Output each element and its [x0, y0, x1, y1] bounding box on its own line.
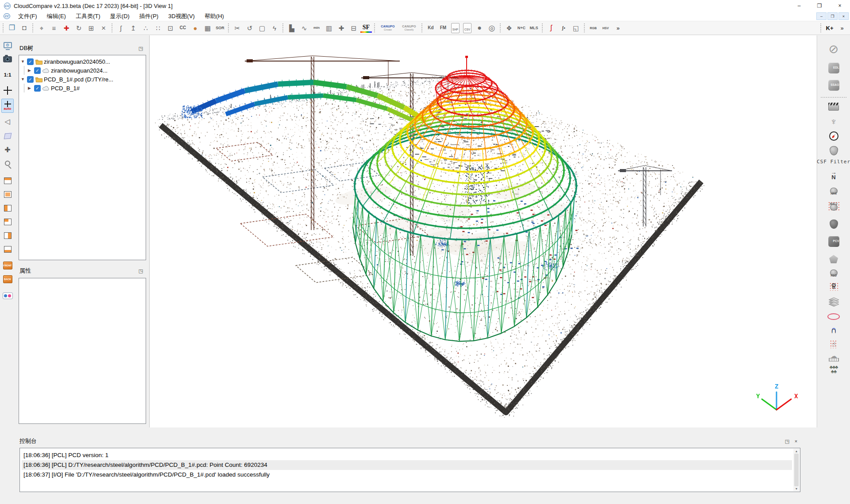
tree-expand-arrow[interactable]: ▼ — [21, 59, 27, 64]
cross-section-icon[interactable]: ↺ — [244, 22, 255, 34]
scroll-down-icon[interactable]: ▼ — [795, 487, 798, 490]
menu-item-5[interactable]: 插件(P) — [135, 12, 163, 21]
translate-rotate-icon[interactable]: ↻ — [73, 22, 85, 34]
zoom-lens-icon[interactable] — [1, 157, 14, 169]
pcv-plugin-icon[interactable]: PCV — [828, 236, 839, 247]
menu-item-3[interactable]: 工具类(T) — [71, 12, 105, 21]
mdi-restore-button[interactable]: ❐ — [827, 12, 838, 20]
plugin-puzzle-icon[interactable]: ❖ — [503, 22, 515, 34]
subsample-cloud-icon[interactable]: ↥ — [128, 22, 139, 34]
mls-smoothing-icon[interactable]: MLS — [528, 22, 540, 34]
segment-curve-icon[interactable]: ʃ — [115, 22, 127, 34]
view-back-icon[interactable] — [1, 215, 14, 228]
qshield-plugin-icon[interactable] — [830, 219, 838, 229]
facets-icon[interactable]: ● — [474, 22, 485, 34]
k-plus-plugin-icon[interactable]: K+ — [824, 22, 835, 34]
hsv-filter-icon[interactable]: HSV — [600, 22, 611, 34]
merge-entities-icon[interactable]: ⊞ — [85, 22, 97, 34]
point-picking-icon[interactable]: ✚ — [61, 22, 72, 34]
tree-checkbox[interactable]: ✓ — [27, 58, 34, 65]
canupo-create-icon[interactable]: CANUPOCreate — [378, 22, 398, 34]
tree-item-2[interactable]: ▶✓ziranbowuguan2024... — [19, 66, 146, 75]
rsd-plugin-icon[interactable]: RSD — [830, 269, 838, 277]
shield-plugin-icon[interactable] — [830, 146, 838, 155]
sf-calculator-icon[interactable]: ⊟ — [348, 22, 359, 34]
hpr-plugin-icon[interactable]: HPR — [830, 188, 838, 195]
view-bottom-icon[interactable] — [1, 243, 14, 255]
save-file-icon[interactable]: ◘ — [19, 22, 30, 34]
display-settings-icon[interactable]: ⚙ — [1, 40, 14, 52]
tree-checkbox[interactable]: ✓ — [34, 85, 41, 92]
resample-icon[interactable]: ∷ — [152, 22, 164, 34]
m3c2-plugin-icon[interactable]: M3C2 — [828, 201, 839, 212]
stereo-mode-icon[interactable] — [1, 289, 14, 302]
scroll-up-icon[interactable]: ▲ — [795, 450, 798, 453]
density-volume-icon[interactable]: ▥ — [323, 22, 335, 34]
close-holes-icon[interactable]: ● — [189, 22, 201, 34]
pentagon-plugin-icon[interactable] — [829, 255, 838, 263]
sample-points-icon[interactable]: ⊡ — [165, 22, 176, 34]
minimize-button[interactable]: – — [789, 0, 809, 12]
tree-expand-arrow[interactable]: ▶ — [28, 86, 34, 90]
csv-export-icon[interactable]: CSV — [463, 23, 471, 33]
clipping-box-icon[interactable]: ▢ — [256, 22, 268, 34]
toolbar-overflow2-icon[interactable]: » — [836, 22, 848, 34]
rotate-view-icon[interactable]: ◁ — [1, 115, 14, 127]
menu-item-6[interactable]: 3D视图(V) — [163, 12, 200, 21]
ellipse-fit-icon[interactable] — [827, 313, 840, 320]
open-file-icon[interactable]: ❐ — [6, 22, 18, 34]
view-top-icon[interactable] — [1, 174, 14, 187]
delete-entity-icon[interactable]: × — [98, 22, 109, 34]
zoom-1-1-icon[interactable]: 1:1 — [1, 69, 14, 81]
tree-expand-arrow[interactable]: ▶ — [28, 68, 34, 73]
tree-checkbox[interactable]: ✓ — [27, 76, 34, 83]
view-iso1-icon[interactable]: FRONT — [1, 259, 14, 272]
csf-rake-icon[interactable]: ♆ — [830, 117, 837, 126]
canupo-classify-icon[interactable]: CANUPOClassify — [399, 22, 419, 34]
extract-sections-icon[interactable]: ◱ — [570, 22, 582, 34]
view-right-icon[interactable] — [1, 229, 14, 242]
scissors-segment-icon[interactable]: ✂ — [232, 22, 243, 34]
level-tool-icon[interactable]: ϟ — [269, 22, 280, 34]
fm-plugin-icon[interactable]: FM — [437, 22, 449, 34]
kd-tree-icon[interactable]: Kd — [425, 22, 437, 34]
view-left-icon[interactable] — [1, 202, 14, 214]
restore-button[interactable]: ❐ — [809, 0, 830, 12]
screenshot-icon[interactable] — [1, 53, 14, 65]
noise-filter-icon[interactable]: ∴ — [140, 22, 151, 34]
display-params-icon[interactable]: ⌖ — [36, 22, 47, 34]
pick-rotation-center-icon[interactable] — [1, 84, 14, 96]
gauss-curve-icon[interactable]: ∿ — [298, 22, 310, 34]
properties-list-icon[interactable]: ≡ — [48, 22, 60, 34]
view-front-icon[interactable] — [1, 188, 14, 200]
tree-item-3[interactable]: ▼✓PCD_B_1#.pcd (D:/TY/re... — [19, 75, 146, 84]
pan-view-icon[interactable]: ✚ — [1, 143, 14, 156]
console-float-button[interactable]: ◳ — [784, 439, 791, 444]
virtual-broom-icon[interactable]: ☝ — [830, 340, 837, 348]
close-button[interactable]: × — [830, 0, 850, 12]
console-scrollbar[interactable]: ▲ ▼ — [793, 449, 800, 491]
edl-shader-icon[interactable]: EDL — [828, 62, 839, 73]
arch-plugin-icon[interactable]: ∩ — [831, 326, 837, 335]
sf-colorscale-icon[interactable]: SF — [360, 23, 372, 33]
treeiso-plugin-icon[interactable]: ♣♣♣ ♣♣ — [830, 365, 838, 374]
menu-item-2[interactable]: 编辑(E) — [42, 12, 71, 21]
checkerboard-icon[interactable]: ▦ — [202, 22, 213, 34]
ssao-shader-icon[interactable]: SSAO — [828, 80, 839, 91]
geometric-features-icon[interactable]: ⚙⚙ — [829, 282, 838, 291]
globe-sphere-icon[interactable]: ◎ — [486, 22, 498, 34]
properties-float-button[interactable]: ◳ — [137, 268, 144, 274]
shp-export-icon[interactable]: SHP — [451, 23, 460, 33]
histogram-icon[interactable]: ▙ — [286, 22, 298, 34]
db-tree-float-button[interactable]: ◳ — [137, 46, 144, 51]
nc-classify-icon[interactable]: N+C — [516, 22, 527, 34]
animation-plugin-icon[interactable] — [828, 103, 839, 111]
scrollbar-thumb[interactable] — [794, 454, 799, 486]
toolbar-overflow-icon[interactable]: » — [612, 22, 624, 34]
add-scalar-field-icon[interactable]: ✚ — [336, 22, 347, 34]
no-filter-icon[interactable]: ⊘ — [829, 43, 839, 55]
pcv-curve-icon[interactable]: ʃ — [545, 22, 557, 34]
tree-checkbox[interactable]: ✓ — [34, 67, 41, 74]
mdi-close-button[interactable]: × — [838, 12, 849, 20]
cloud-measure-icon[interactable]: ☁ — [829, 354, 839, 362]
